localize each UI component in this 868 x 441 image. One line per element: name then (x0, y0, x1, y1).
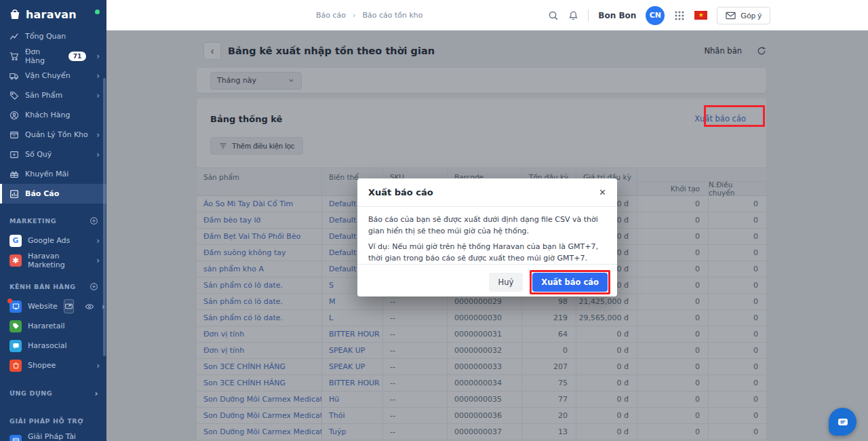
sidebar-item-google-ads[interactable]: G Google Ads › (0, 231, 106, 250)
chevron-right-icon: › (96, 256, 100, 265)
breadcrumb: Báo cáo › Báo cáo tồn kho (316, 0, 423, 31)
section-label: MARKETING (9, 217, 56, 225)
add-marketing-icon[interactable] (90, 216, 98, 225)
section-label: ỨNG DỤNG (9, 389, 52, 397)
sidebar-item-don-hang[interactable]: Đơn Hàng 71 › (0, 46, 106, 66)
sidebar-item-harasocial[interactable]: Harasocial (0, 336, 106, 356)
haravan-logo[interactable]: haravan (0, 0, 106, 26)
export-report-modal: Xuất báo cáo ✕ Báo cáo của bạn sẽ được x… (357, 178, 617, 296)
cancel-button[interactable]: Huỷ (489, 273, 524, 292)
feedback-label: Góp ý (741, 12, 762, 20)
notifications-bell-icon[interactable] (568, 10, 578, 21)
sidebar-item-hararetail[interactable]: Hararetail (0, 316, 106, 336)
chevron-right-icon: › (96, 131, 100, 139)
sidebar-item-khach-hang[interactable]: Khách Hàng (0, 105, 106, 125)
harasocial-icon (9, 340, 22, 352)
user-name[interactable]: Bon Bon (598, 11, 636, 20)
sidebar-item-label: Website (28, 302, 58, 311)
sidebar-item-label: Báo Cáo (25, 189, 59, 198)
products-icon (9, 91, 19, 100)
chevron-right-icon: › (96, 52, 100, 60)
haravan-marketing-icon: ✱ (9, 254, 22, 267)
sidebar-item-label: Quản Lý Tồn Kho (25, 130, 88, 139)
sidebar-item-label: Đơn Hàng (25, 47, 62, 65)
main-nav: Tổng Quan Đơn Hàng 71 › Vận Chuyển › Sản… (0, 26, 106, 204)
section-support: GIẢI PHÁP HỖ TRỢ (0, 411, 106, 431)
shopee-icon (9, 360, 22, 372)
sidebar-item-bao-cao[interactable]: Báo Cáo (0, 184, 106, 204)
topbar: Báo cáo › Báo cáo tồn kho Bon Bon CN ★ G… (106, 0, 868, 31)
orders-icon (9, 52, 19, 61)
sidebar-item-giai-phap-tai-chinh[interactable]: Giải Pháp Tài Chính (0, 431, 106, 441)
sidebar-scrollbar[interactable] (103, 78, 106, 356)
sidebar-item-label: Haravan Marketing (28, 252, 90, 269)
apps-grid-icon[interactable] (674, 10, 685, 21)
modal-paragraph-2: Ví dụ: Nếu múi giờ trên hệ thống Haravan… (368, 242, 606, 264)
breadcrumb-separator-icon: › (353, 11, 355, 20)
sidebar: haravan Tổng Quan Đơn Hàng 71 › Vận Chuy… (0, 0, 106, 441)
sidebar-item-label: Harasocial (28, 341, 67, 350)
sidebar-item-label: Khách Hàng (25, 111, 70, 119)
overview-icon (9, 32, 19, 41)
vietnam-flag-icon[interactable]: ★ (694, 11, 707, 20)
chevron-right-icon: › (96, 72, 100, 80)
chevron-right-icon: › (96, 92, 100, 100)
sidebar-item-label: Sản Phẩm (25, 91, 62, 100)
sidebar-item-label: Vận Chuyển (25, 71, 71, 80)
close-icon[interactable]: ✕ (599, 188, 606, 197)
visibility-eye-icon[interactable] (85, 302, 94, 311)
breadcrumb-bao-cao-ton-kho: Báo cáo tồn kho (362, 11, 422, 20)
shipping-icon (9, 71, 19, 81)
section-marketing: MARKETING (0, 211, 106, 231)
hararetail-icon (9, 320, 22, 332)
finance-solution-icon (9, 435, 22, 441)
chat-bubble-icon (837, 417, 849, 427)
logo-wordmark: haravan (26, 8, 77, 21)
sidebar-item-van-chuyen[interactable]: Vận Chuyển › (0, 66, 106, 85)
chevron-right-icon: › (94, 389, 98, 398)
sidebar-item-quan-ly-ton-kho[interactable]: Quản Lý Tồn Kho › (0, 125, 106, 145)
section-channels: KÊNH BÁN HÀNG (0, 277, 106, 296)
chevron-right-icon: › (96, 151, 100, 159)
feedback-button[interactable]: Góp ý (717, 7, 770, 24)
orders-count-badge: 71 (68, 52, 87, 61)
chevron-right-icon: › (96, 237, 100, 245)
chevron-right-icon: › (96, 362, 100, 370)
modal-paragraph-1: Báo cáo của bạn sẽ được xuất dưới định d… (368, 214, 606, 237)
sidebar-item-website[interactable]: Website › (0, 296, 106, 316)
online-status-dot (95, 9, 100, 14)
topbar-divider (588, 9, 589, 22)
sidebar-item-san-pham[interactable]: Sản Phẩm › (0, 85, 106, 105)
inventory-icon (9, 130, 19, 140)
preview-website-button[interactable] (64, 299, 74, 313)
avatar[interactable]: CN (646, 6, 665, 25)
chat-widget-button[interactable] (829, 408, 856, 436)
sidebar-item-label: Hararetail (28, 322, 65, 330)
website-icon (9, 301, 22, 313)
google-ads-icon: G (9, 235, 22, 247)
add-channel-icon[interactable] (90, 282, 98, 291)
sidebar-item-khuyen-mai[interactable]: Khuyến Mãi (0, 164, 106, 184)
search-icon[interactable] (548, 10, 559, 21)
sidebar-item-label: Số Quỹ (25, 150, 52, 159)
topbar-actions: Bon Bon CN ★ Góp ý (548, 0, 770, 31)
section-label: GIẢI PHÁP HỖ TRỢ (9, 417, 83, 425)
promotions-icon (9, 170, 19, 179)
confirm-export-button[interactable]: Xuất báo cáo (532, 273, 608, 292)
customers-icon (9, 111, 19, 120)
sidebar-item-label: Google Ads (28, 236, 70, 245)
breadcrumb-bao-cao[interactable]: Báo cáo (316, 11, 346, 20)
sidebar-item-label: Shopee (28, 361, 56, 370)
haravan-bag-icon (8, 7, 22, 21)
sidebar-item-so-quy[interactable]: Số Quỹ › (0, 145, 106, 164)
sidebar-item-haravan-marketing[interactable]: ✱ Haravan Marketing › (0, 250, 106, 270)
sidebar-item-label: Tổng Quan (25, 32, 66, 41)
sidebar-item-shopee[interactable]: Shopee › (0, 356, 106, 375)
notification-dot (7, 299, 12, 303)
section-apps[interactable]: ỨNG DỤNG › (0, 383, 106, 403)
section-label: KÊNH BÁN HÀNG (9, 283, 76, 290)
cashbook-icon (9, 150, 19, 159)
sidebar-item-tong-quan[interactable]: Tổng Quan (0, 26, 106, 46)
sidebar-item-label: Giải Pháp Tài Chính (28, 432, 100, 441)
envelope-icon (726, 12, 736, 20)
